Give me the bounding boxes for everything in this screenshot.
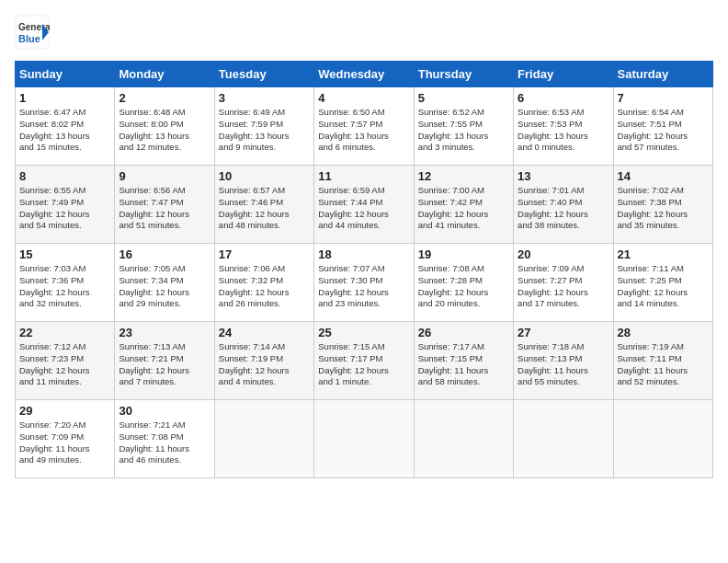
calendar-cell: [613, 400, 712, 478]
calendar-cell: 11Sunrise: 6:59 AMSunset: 7:44 PMDayligh…: [314, 166, 414, 244]
calendar-cell: 25Sunrise: 7:15 AMSunset: 7:17 PMDayligh…: [314, 322, 414, 400]
page-header: General Blue: [15, 15, 713, 50]
calendar-cell: 21Sunrise: 7:11 AMSunset: 7:25 PMDayligh…: [613, 244, 712, 322]
day-number: 8: [19, 169, 110, 183]
calendar-cell: 1Sunrise: 6:47 AMSunset: 8:02 PMDaylight…: [16, 87, 115, 166]
calendar-cell: 30Sunrise: 7:21 AMSunset: 7:08 PMDayligh…: [115, 400, 214, 478]
cell-content: Sunrise: 6:55 AMSunset: 7:49 PMDaylight:…: [19, 185, 110, 232]
day-number: 15: [19, 247, 110, 261]
cell-content: Sunrise: 6:47 AMSunset: 8:02 PMDaylight:…: [19, 107, 110, 154]
day-number: 1: [19, 91, 110, 105]
calendar-header: SundayMondayTuesdayWednesdayThursdayFrid…: [16, 62, 713, 87]
cell-content: Sunrise: 7:09 AMSunset: 7:27 PMDaylight:…: [518, 263, 609, 310]
cell-content: Sunrise: 6:54 AMSunset: 7:51 PMDaylight:…: [618, 107, 709, 154]
header-friday: Friday: [514, 62, 613, 87]
day-number: 3: [219, 91, 310, 105]
cell-content: Sunrise: 7:13 AMSunset: 7:21 PMDaylight:…: [119, 341, 210, 388]
cell-content: Sunrise: 6:48 AMSunset: 8:00 PMDaylight:…: [119, 107, 210, 154]
cell-content: Sunrise: 7:07 AMSunset: 7:30 PMDaylight:…: [318, 263, 409, 310]
cell-content: Sunrise: 7:21 AMSunset: 7:08 PMDaylight:…: [119, 419, 210, 466]
cell-content: Sunrise: 7:20 AMSunset: 7:09 PMDaylight:…: [19, 419, 110, 466]
calendar-cell: 27Sunrise: 7:18 AMSunset: 7:13 PMDayligh…: [514, 322, 613, 400]
day-number: 9: [119, 169, 210, 183]
logo-svg: General Blue: [15, 15, 50, 50]
day-number: 11: [318, 169, 409, 183]
calendar-body: 1Sunrise: 6:47 AMSunset: 8:02 PMDaylight…: [16, 87, 713, 478]
calendar-cell: 20Sunrise: 7:09 AMSunset: 7:27 PMDayligh…: [514, 244, 613, 322]
day-number: 7: [618, 91, 709, 105]
day-number: 21: [618, 247, 709, 261]
calendar-cell: 3Sunrise: 6:49 AMSunset: 7:59 PMDaylight…: [214, 87, 313, 166]
svg-text:Blue: Blue: [18, 33, 40, 44]
header-saturday: Saturday: [613, 62, 712, 87]
cell-content: Sunrise: 7:05 AMSunset: 7:34 PMDaylight:…: [119, 263, 210, 310]
calendar-cell: 24Sunrise: 7:14 AMSunset: 7:19 PMDayligh…: [214, 322, 313, 400]
day-number: 14: [618, 169, 709, 183]
day-number: 26: [418, 326, 509, 339]
day-number: 24: [219, 326, 310, 339]
calendar-cell: 26Sunrise: 7:17 AMSunset: 7:15 PMDayligh…: [414, 322, 513, 400]
cell-content: Sunrise: 7:12 AMSunset: 7:23 PMDaylight:…: [19, 341, 110, 388]
day-number: 2: [119, 91, 210, 105]
cell-content: Sunrise: 7:14 AMSunset: 7:19 PMDaylight:…: [219, 341, 310, 388]
day-number: 28: [618, 326, 709, 339]
cell-content: Sunrise: 6:56 AMSunset: 7:47 PMDaylight:…: [119, 185, 210, 232]
cell-content: Sunrise: 7:01 AMSunset: 7:40 PMDaylight:…: [518, 185, 609, 232]
calendar-cell: 13Sunrise: 7:01 AMSunset: 7:40 PMDayligh…: [514, 166, 613, 244]
day-number: 6: [518, 91, 609, 105]
calendar-cell: [414, 400, 513, 478]
calendar-cell: [514, 400, 613, 478]
cell-content: Sunrise: 7:15 AMSunset: 7:17 PMDaylight:…: [318, 341, 409, 388]
calendar-cell: 29Sunrise: 7:20 AMSunset: 7:09 PMDayligh…: [16, 400, 115, 478]
calendar-cell: 17Sunrise: 7:06 AMSunset: 7:32 PMDayligh…: [214, 244, 313, 322]
week-row-4: 22Sunrise: 7:12 AMSunset: 7:23 PMDayligh…: [16, 322, 713, 400]
cell-content: Sunrise: 7:06 AMSunset: 7:32 PMDaylight:…: [219, 263, 310, 310]
week-row-2: 8Sunrise: 6:55 AMSunset: 7:49 PMDaylight…: [16, 166, 713, 244]
calendar-cell: 2Sunrise: 6:48 AMSunset: 8:00 PMDaylight…: [115, 87, 214, 166]
calendar-cell: 15Sunrise: 7:03 AMSunset: 7:36 PMDayligh…: [16, 244, 115, 322]
cell-content: Sunrise: 7:08 AMSunset: 7:28 PMDaylight:…: [418, 263, 509, 310]
calendar-cell: 5Sunrise: 6:52 AMSunset: 7:55 PMDaylight…: [414, 87, 513, 166]
cell-content: Sunrise: 6:57 AMSunset: 7:46 PMDaylight:…: [219, 185, 310, 232]
day-number: 18: [318, 247, 409, 261]
day-number: 16: [119, 247, 210, 261]
day-number: 17: [219, 247, 310, 261]
header-wednesday: Wednesday: [314, 62, 414, 87]
day-number: 22: [19, 326, 110, 339]
cell-content: Sunrise: 7:03 AMSunset: 7:36 PMDaylight:…: [19, 263, 110, 310]
cell-content: Sunrise: 6:52 AMSunset: 7:55 PMDaylight:…: [418, 107, 509, 154]
header-sunday: Sunday: [16, 62, 115, 87]
calendar-cell: 14Sunrise: 7:02 AMSunset: 7:38 PMDayligh…: [613, 166, 712, 244]
cell-content: Sunrise: 7:17 AMSunset: 7:15 PMDaylight:…: [418, 341, 509, 388]
day-number: 27: [518, 326, 609, 339]
cell-content: Sunrise: 6:50 AMSunset: 7:57 PMDaylight:…: [318, 107, 409, 154]
calendar-cell: 9Sunrise: 6:56 AMSunset: 7:47 PMDaylight…: [115, 166, 214, 244]
calendar-cell: [214, 400, 313, 478]
calendar-cell: 23Sunrise: 7:13 AMSunset: 7:21 PMDayligh…: [115, 322, 214, 400]
calendar-cell: 6Sunrise: 6:53 AMSunset: 7:53 PMDaylight…: [514, 87, 613, 166]
header-tuesday: Tuesday: [214, 62, 313, 87]
day-number: 10: [219, 169, 310, 183]
calendar-table: SundayMondayTuesdayWednesdayThursdayFrid…: [15, 61, 713, 478]
day-number: 13: [518, 169, 609, 183]
day-number: 19: [418, 247, 509, 261]
calendar-cell: 22Sunrise: 7:12 AMSunset: 7:23 PMDayligh…: [16, 322, 115, 400]
cell-content: Sunrise: 7:11 AMSunset: 7:25 PMDaylight:…: [618, 263, 709, 310]
day-number: 25: [318, 326, 409, 339]
calendar-cell: 7Sunrise: 6:54 AMSunset: 7:51 PMDaylight…: [613, 87, 712, 166]
calendar-cell: 18Sunrise: 7:07 AMSunset: 7:30 PMDayligh…: [314, 244, 414, 322]
header-thursday: Thursday: [414, 62, 513, 87]
day-number: 20: [518, 247, 609, 261]
header-monday: Monday: [115, 62, 214, 87]
calendar-cell: [314, 400, 414, 478]
calendar-cell: 4Sunrise: 6:50 AMSunset: 7:57 PMDaylight…: [314, 87, 414, 166]
week-row-3: 15Sunrise: 7:03 AMSunset: 7:36 PMDayligh…: [16, 244, 713, 322]
cell-content: Sunrise: 7:02 AMSunset: 7:38 PMDaylight:…: [618, 185, 709, 232]
day-number: 5: [418, 91, 509, 105]
logo: General Blue: [15, 15, 50, 50]
calendar-cell: 8Sunrise: 6:55 AMSunset: 7:49 PMDaylight…: [16, 166, 115, 244]
calendar-cell: 16Sunrise: 7:05 AMSunset: 7:34 PMDayligh…: [115, 244, 214, 322]
cell-content: Sunrise: 6:59 AMSunset: 7:44 PMDaylight:…: [318, 185, 409, 232]
calendar-cell: 10Sunrise: 6:57 AMSunset: 7:46 PMDayligh…: [214, 166, 313, 244]
day-number: 23: [119, 326, 210, 339]
